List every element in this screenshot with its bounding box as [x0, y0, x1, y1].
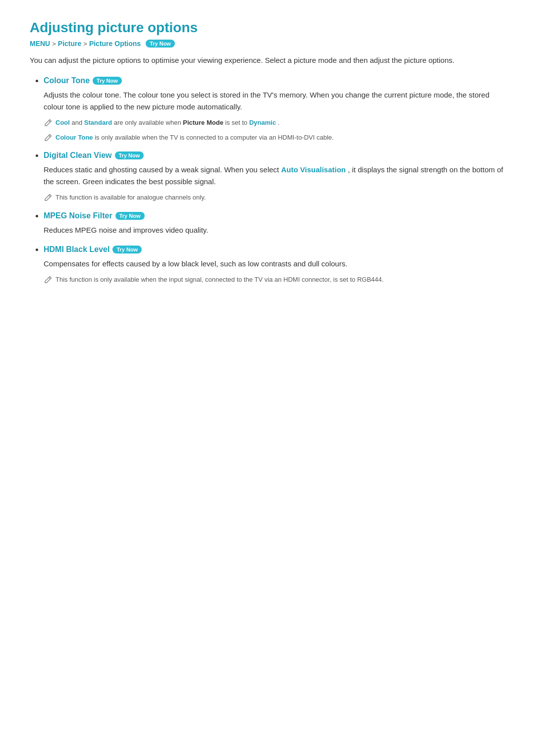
colour-tone-note-1: Cool and Standard are only available whe… [44, 118, 505, 128]
digital-clean-view-try-now[interactable]: Try Now [115, 151, 144, 159]
pencil-icon-2 [44, 133, 53, 142]
breadcrumb-sep1: > [52, 40, 56, 48]
digital-clean-view-note-1-text: This function is available for analogue … [55, 193, 206, 202]
page-title: Adjusting picture options [30, 20, 505, 36]
pencil-icon-1 [44, 118, 53, 127]
pencil-icon-3 [44, 193, 53, 202]
colour-tone-label: Colour Tone [44, 76, 90, 85]
digital-clean-view-title: Digital Clean View Try Now [44, 151, 505, 160]
mpeg-noise-filter-try-now[interactable]: Try Now [115, 212, 145, 220]
list-item-digital-clean-view: Digital Clean View Try Now Reduces stati… [44, 151, 505, 202]
colour-tone-title: Colour Tone Try Now [44, 76, 505, 85]
list-item-mpeg-noise-filter: MPEG Noise Filter Try Now Reduces MPEG n… [44, 211, 505, 236]
breadcrumb-picture: Picture [58, 40, 81, 48]
breadcrumb: MENU > Picture > Picture Options Try Now [30, 40, 505, 48]
colour-tone-note-2: Colour Tone is only available when the T… [44, 133, 505, 143]
mpeg-noise-filter-label: MPEG Noise Filter [44, 211, 112, 220]
breadcrumb-menu: MENU [30, 40, 50, 48]
hdmi-black-level-title: HDMI Black Level Try Now [44, 245, 505, 254]
hdmi-black-level-body: Compensates for effects caused by a low … [44, 258, 505, 270]
main-list: Colour Tone Try Now Adjusts the colour t… [30, 76, 505, 284]
list-item-colour-tone: Colour Tone Try Now Adjusts the colour t… [44, 76, 505, 142]
hdmi-black-level-try-now[interactable]: Try Now [112, 246, 142, 253]
intro-text: You can adjust the picture options to op… [30, 54, 505, 66]
breadcrumb-sep2: > [83, 40, 87, 48]
colour-tone-note-2-text: Colour Tone is only available when the T… [55, 133, 334, 143]
breadcrumb-options: Picture Options [89, 40, 141, 48]
colour-tone-try-now[interactable]: Try Now [93, 77, 122, 85]
hdmi-black-level-note-1-text: This function is only available when the… [55, 275, 383, 285]
colour-tone-note-1-text: Cool and Standard are only available whe… [55, 118, 279, 128]
list-item-hdmi-black-level: HDMI Black Level Try Now Compensates for… [44, 245, 505, 285]
digital-clean-view-body: Reduces static and ghosting caused by a … [44, 164, 505, 188]
digital-clean-view-label: Digital Clean View [44, 151, 112, 160]
mpeg-noise-filter-title: MPEG Noise Filter Try Now [44, 211, 505, 220]
digital-clean-view-note-1: This function is available for analogue … [44, 193, 505, 202]
colour-tone-body: Adjusts the colour tone. The colour tone… [44, 89, 505, 113]
hdmi-black-level-label: HDMI Black Level [44, 245, 109, 254]
hdmi-black-level-note-1: This function is only available when the… [44, 275, 505, 285]
pencil-icon-4 [44, 275, 53, 284]
mpeg-noise-filter-body: Reduces MPEG noise and improves video qu… [44, 224, 505, 236]
breadcrumb-try-now-badge[interactable]: Try Now [146, 40, 175, 48]
